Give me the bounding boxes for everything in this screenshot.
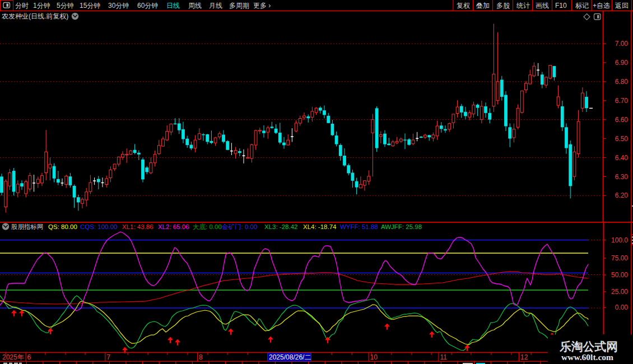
svg-text:复权: 复权 xyxy=(457,2,470,10)
svg-text:6.90: 6.90 xyxy=(615,59,629,67)
svg-text:CQS: 100.00: CQS: 100.00 xyxy=(80,223,117,230)
svg-text:统计: 统计 xyxy=(516,2,530,10)
svg-text:返回: 返回 xyxy=(615,2,629,10)
svg-text:7.00: 7.00 xyxy=(615,40,629,48)
svg-text:0.00: 0.00 xyxy=(615,304,629,311)
svg-text:XL3: -28.42: XL3: -28.42 xyxy=(264,223,297,230)
svg-text:www.60lt.com: www.60lt.com xyxy=(561,352,613,362)
svg-text:6.60: 6.60 xyxy=(615,116,629,124)
svg-text:75.00: 75.00 xyxy=(611,254,628,262)
svg-text:F10: F10 xyxy=(555,2,567,10)
svg-text:多股: 多股 xyxy=(496,2,510,10)
svg-text:乐淘公式网: 乐淘公式网 xyxy=(559,340,618,353)
svg-text:8: 8 xyxy=(199,353,203,361)
svg-text:分时: 分时 xyxy=(15,2,29,10)
svg-text:日线: 日线 xyxy=(166,2,180,10)
svg-text:标记: 标记 xyxy=(575,2,589,10)
svg-text:30分钟: 30分钟 xyxy=(108,2,129,10)
svg-text:1分钟: 1分钟 xyxy=(33,2,50,10)
svg-text:6: 6 xyxy=(27,353,31,361)
svg-text:更多 ›: 更多 › xyxy=(253,2,271,10)
svg-text:11: 11 xyxy=(440,353,448,361)
svg-text:XL1: 43.86: XL1: 43.86 xyxy=(122,223,153,230)
svg-text:15分钟: 15分钟 xyxy=(80,2,100,10)
svg-text:周线: 周线 xyxy=(188,2,202,10)
svg-text:6.80: 6.80 xyxy=(615,78,629,86)
svg-text:XL2: 65.06: XL2: 65.06 xyxy=(158,223,189,230)
svg-text:WYFF: 51.88: WYFF: 51.88 xyxy=(340,223,378,230)
svg-text:画线: 画线 xyxy=(536,2,549,10)
svg-text:月线: 月线 xyxy=(209,2,222,10)
svg-text:XL4: -18.74: XL4: -18.74 xyxy=(303,223,337,230)
svg-text:6.20: 6.20 xyxy=(615,192,629,199)
svg-text:12: 12 xyxy=(520,353,528,361)
svg-text:7: 7 xyxy=(106,353,110,361)
svg-text:60分钟: 60分钟 xyxy=(137,2,158,10)
svg-text:+自选: +自选 xyxy=(593,2,610,10)
svg-text:QS: 80.00: QS: 80.00 xyxy=(48,223,77,230)
svg-text:25.00: 25.00 xyxy=(611,288,628,296)
svg-text:100.0: 100.0 xyxy=(611,236,628,244)
svg-text:6.30: 6.30 xyxy=(615,173,629,181)
svg-text:股朋指标网: 股朋指标网 xyxy=(11,223,44,230)
svg-text:2025/08/26/二: 2025/08/26/二 xyxy=(269,353,311,361)
svg-text:AWJFF: 25.98: AWJFF: 25.98 xyxy=(381,223,422,230)
svg-text:6.50: 6.50 xyxy=(615,135,629,143)
svg-text:50.00: 50.00 xyxy=(611,271,628,279)
svg-text:农发种业(日线.前复权): 农发种业(日线.前复权) xyxy=(2,12,68,20)
svg-text:5分钟: 5分钟 xyxy=(57,2,74,10)
svg-text:大底: 0.00: 大底: 0.00 xyxy=(193,223,222,230)
svg-text:多周期: 多周期 xyxy=(229,2,249,10)
svg-text:6.70: 6.70 xyxy=(615,97,629,105)
svg-text:6.40: 6.40 xyxy=(615,154,629,162)
svg-text:金矿门: 0.00: 金矿门: 0.00 xyxy=(222,223,257,230)
svg-text:叠加: 叠加 xyxy=(476,2,490,10)
